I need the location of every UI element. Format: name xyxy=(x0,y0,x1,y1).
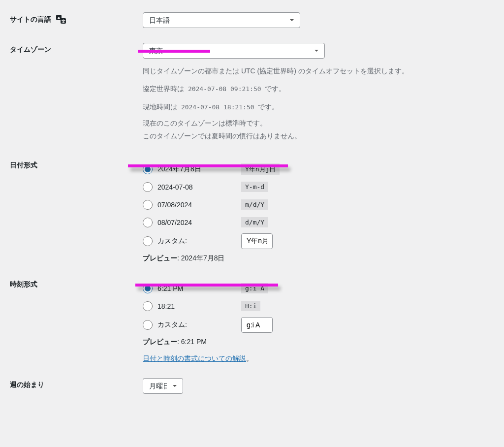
date-format-display-4: 08/07/2024 xyxy=(158,219,192,226)
time-format-fieldset: 6:21 PM g:i A 18:21 H:i カスタム: xyxy=(143,278,489,363)
translate-icon: A文 xyxy=(56,15,66,25)
date-format-code-4: d/m/Y xyxy=(241,217,268,227)
utc-time-suffix: です。 xyxy=(263,85,286,93)
date-format-option-2[interactable]: 2024-07-08 xyxy=(143,182,241,192)
doc-link-suffix: 。 xyxy=(246,354,253,362)
date-format-option-custom[interactable]: カスタム: xyxy=(143,236,241,246)
local-time-prefix: 現地時間は xyxy=(143,103,179,111)
time-format-preview-label: プレビュー xyxy=(143,338,177,346)
local-time-value: 2024-07-08 18:21:50 xyxy=(179,102,256,112)
time-format-radio-custom[interactable] xyxy=(143,320,153,330)
date-format-code-2: Y-m-d xyxy=(241,182,268,192)
date-format-label: 日付形式 xyxy=(10,151,138,270)
time-format-preview-value: 6:21 PM xyxy=(181,338,207,346)
date-format-radio-4[interactable] xyxy=(143,218,153,227)
time-format-radio-2[interactable] xyxy=(143,301,153,311)
timezone-dst-text: このタイムゾーンでは夏時間の慣行はありません。 xyxy=(143,130,489,141)
svg-text:文: 文 xyxy=(61,19,65,24)
time-format-label: 時刻形式 xyxy=(10,270,138,371)
date-format-display-3: 07/08/2024 xyxy=(158,201,192,209)
site-language-select[interactable]: 日本語 xyxy=(143,12,300,28)
timezone-help-text: 同じタイムゾーンの都市または UTC (協定世界時) のタイムオフセットを選択し… xyxy=(143,65,489,76)
time-format-custom-input[interactable] xyxy=(241,317,273,333)
date-format-display-2: 2024-07-08 xyxy=(158,183,193,191)
time-format-custom-label: カスタム: xyxy=(158,320,187,329)
time-format-option-custom[interactable]: カスタム: xyxy=(143,320,241,330)
time-format-option-2[interactable]: 18:21 xyxy=(143,301,241,311)
date-format-option-4[interactable]: 08/07/2024 xyxy=(143,218,241,227)
date-format-option-3[interactable]: 07/08/2024 xyxy=(143,200,241,210)
date-format-custom-input[interactable] xyxy=(241,233,273,249)
date-format-radio-2[interactable] xyxy=(143,182,153,192)
timezone-standard-text: 現在のこのタイムゾーンは標準時です。 xyxy=(143,118,489,128)
time-format-code-2: H:i xyxy=(241,301,260,311)
timezone-label: タイムゾーン xyxy=(10,35,138,151)
week-start-label: 週の始まり xyxy=(10,371,138,401)
date-format-radio-3[interactable] xyxy=(143,200,153,210)
site-language-label: サイトの言語 xyxy=(10,15,51,23)
utc-time-value: 2024-07-08 09:21:50 xyxy=(186,84,263,94)
date-format-code-3: m/d/Y xyxy=(241,199,268,210)
date-format-radio-custom[interactable] xyxy=(143,236,153,246)
utc-time-prefix: 協定世界時は xyxy=(143,85,186,93)
date-format-fieldset: 2024年7月8日 Y年n月j日 2024-07-08 Y-m-d xyxy=(143,159,489,263)
date-format-custom-label: カスタム: xyxy=(158,237,187,246)
local-time-suffix: です。 xyxy=(256,103,279,111)
time-format-display-2: 18:21 xyxy=(158,302,175,310)
week-start-select[interactable]: 月曜日 xyxy=(143,378,183,394)
svg-text:A: A xyxy=(58,16,61,20)
date-format-preview-label: プレビュー xyxy=(143,254,177,262)
date-time-doc-link[interactable]: 日付と時刻の書式についての解説 xyxy=(143,354,246,362)
date-format-preview-value: 2024年7月8日 xyxy=(181,254,225,262)
